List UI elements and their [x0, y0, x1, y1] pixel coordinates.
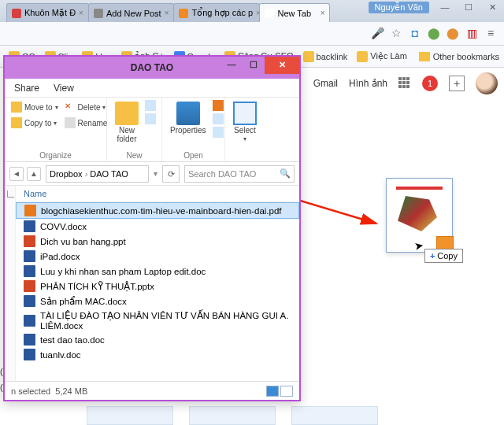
doc-file-icon: [24, 334, 35, 346]
menu-share[interactable]: Share: [14, 83, 39, 94]
file-name: tuanlv.doc: [40, 350, 81, 360]
bookmark-icon: [303, 51, 314, 62]
path-dropdown-icon[interactable]: ▾: [154, 169, 158, 178]
notifications-badge[interactable]: 1: [422, 76, 438, 91]
menu-icon[interactable]: ≡: [484, 27, 498, 41]
tab-label: Add New Post: [106, 9, 161, 18]
file-name: Luu y khi nhan san pham Laptop edit.doc: [40, 267, 206, 276]
file-row[interactable]: blogchiasekienthuc.com-tim-hieu-ve-mainb…: [16, 202, 299, 219]
folder-icon: [419, 52, 430, 61]
properties-button[interactable]: Properties: [167, 100, 209, 136]
ext4-icon[interactable]: ▥: [465, 27, 479, 41]
docx-file-icon: [24, 315, 35, 327]
explorer-minimize[interactable]: —: [220, 57, 243, 74]
refresh-button[interactable]: ⟳: [162, 165, 180, 183]
menu-view[interactable]: View: [54, 83, 74, 94]
favicon-icon: [265, 9, 274, 18]
ext1-icon[interactable]: ◘: [408, 27, 422, 41]
docx-file-icon: [24, 250, 35, 262]
file-row[interactable]: PHÂN TÍCH KỸ THUẬT.pptx: [16, 279, 299, 294]
window-minimize[interactable]: —: [433, 0, 457, 16]
other-bookmarks[interactable]: Other bookmarks: [419, 52, 499, 61]
bookmark-item[interactable]: backlink: [299, 50, 352, 64]
new-shortcut-icon[interactable]: [145, 113, 156, 124]
file-name: test dao tao.doc: [40, 335, 105, 345]
thumbnail-strip: [87, 406, 504, 425]
ppt-file-icon: [24, 235, 35, 247]
nav-pane[interactable]: [5, 186, 16, 381]
browser-toolbar: 🎤 ☆ ◘ ⬤ ⬤ ▥ ≡: [0, 22, 504, 46]
browser-titlebar: Khuôn Mặt Đ×Add New Post×Tổng hợp các p×…: [0, 0, 504, 22]
explorer-menu: Share View: [5, 79, 299, 98]
apps-icon[interactable]: [398, 77, 411, 90]
file-list[interactable]: Name blogchiasekienthuc.com-tim-hieu-ve-…: [16, 186, 299, 381]
bookmark-item[interactable]: Việc Làm: [353, 50, 411, 64]
browser-tab[interactable]: Add New Post×: [88, 3, 175, 22]
gmail-link[interactable]: Gmail: [313, 78, 338, 89]
breadcrumb[interactable]: Dropbox DAO TAO: [46, 165, 149, 183]
explorer-window: DAO TAO — ☐ ✕ Share View Move to▾ Copy t…: [3, 55, 301, 401]
explorer-addressbar: ◄ ▲ Dropbox DAO TAO ▾ ⟳ Search DAO TAO 🔍: [5, 162, 299, 186]
new-folder-button[interactable]: New folder: [112, 100, 142, 145]
rename-icon: [65, 117, 76, 128]
edit-icon[interactable]: [213, 113, 224, 124]
chrome-user-badge[interactable]: Nguyễn Văn: [369, 2, 429, 13]
file-row[interactable]: tuanlv.doc: [16, 347, 299, 362]
copy-to-button[interactable]: Copy to▾: [9, 116, 60, 130]
history-icon[interactable]: [213, 127, 224, 138]
delete-icon: ✕: [65, 102, 76, 113]
mic-icon[interactable]: 🎤: [370, 27, 384, 41]
delete-button[interactable]: ✕Delete▾: [63, 100, 109, 114]
file-row[interactable]: Sản phẩm MAC.docx: [16, 294, 299, 309]
select-button[interactable]: Select▾: [230, 100, 260, 144]
close-tab-icon[interactable]: ×: [321, 9, 325, 17]
search-input[interactable]: Search DAO TAO 🔍: [184, 165, 295, 183]
window-maximize[interactable]: ☐: [457, 0, 480, 16]
docx-file-icon: [24, 220, 35, 232]
file-row[interactable]: iPad.docx: [16, 249, 299, 264]
ext3-icon[interactable]: ⬤: [446, 27, 460, 41]
docx-file-icon: [24, 295, 35, 307]
star-icon[interactable]: ☆: [389, 27, 403, 41]
window-close[interactable]: ✕: [480, 0, 504, 16]
nav-back[interactable]: ◄: [9, 167, 24, 181]
favicon-icon: [94, 9, 103, 18]
file-row[interactable]: Luu y khi nhan san pham Laptop edit.doc: [16, 264, 299, 279]
share-button[interactable]: +: [449, 76, 465, 91]
rename-button[interactable]: Rename: [63, 116, 109, 130]
close-tab-icon[interactable]: ×: [79, 9, 83, 17]
explorer-titlebar[interactable]: DAO TAO — ☐ ✕: [5, 57, 299, 79]
close-tab-icon[interactable]: ×: [165, 9, 169, 17]
bookmark-icon: [357, 51, 368, 62]
copy-tooltip: + Copy: [424, 249, 463, 263]
svg-line-0: [298, 200, 376, 224]
view-details[interactable]: [266, 386, 279, 397]
file-row[interactable]: test dao tao.doc: [16, 332, 299, 347]
open-icon[interactable]: [213, 100, 224, 111]
browser-tab[interactable]: Tổng hợp các p×: [173, 3, 260, 22]
file-name: COVV.docx: [40, 222, 87, 231]
browser-tab[interactable]: Khuôn Mặt Đ×: [6, 3, 89, 22]
explorer-close[interactable]: ✕: [265, 57, 299, 74]
nav-up[interactable]: ▲: [27, 167, 41, 181]
file-row[interactable]: COVV.docx: [16, 219, 299, 234]
ext2-icon[interactable]: ⬤: [427, 27, 441, 41]
column-header-name[interactable]: Name: [16, 186, 299, 202]
file-row[interactable]: TÀI LIỆU ĐÀO TẠO NHÂN VIÊN TƯ VẤN BÁN HÀ…: [16, 309, 299, 332]
select-icon: [233, 102, 257, 125]
move-to-button[interactable]: Move to▾: [9, 100, 60, 114]
favicon-icon: [12, 9, 21, 18]
file-name: Dich vu ban hang.ppt: [40, 237, 126, 246]
explorer-maximize[interactable]: ☐: [243, 57, 265, 74]
browser-tab[interactable]: New Tab×: [259, 3, 330, 22]
file-name: PHÂN TÍCH KỸ THUẬT.pptx: [40, 281, 154, 292]
file-row[interactable]: Dich vu ban hang.ppt: [16, 234, 299, 249]
avatar[interactable]: [476, 72, 498, 94]
copy-icon: [11, 117, 22, 128]
new-item-icon[interactable]: [145, 100, 156, 111]
plus-icon: +: [430, 251, 435, 261]
search-icon: 🔍: [280, 168, 291, 179]
file-name: Sản phẩm MAC.docx: [40, 296, 127, 307]
view-icons[interactable]: [280, 386, 293, 397]
images-link[interactable]: Hình ảnh: [349, 78, 387, 89]
